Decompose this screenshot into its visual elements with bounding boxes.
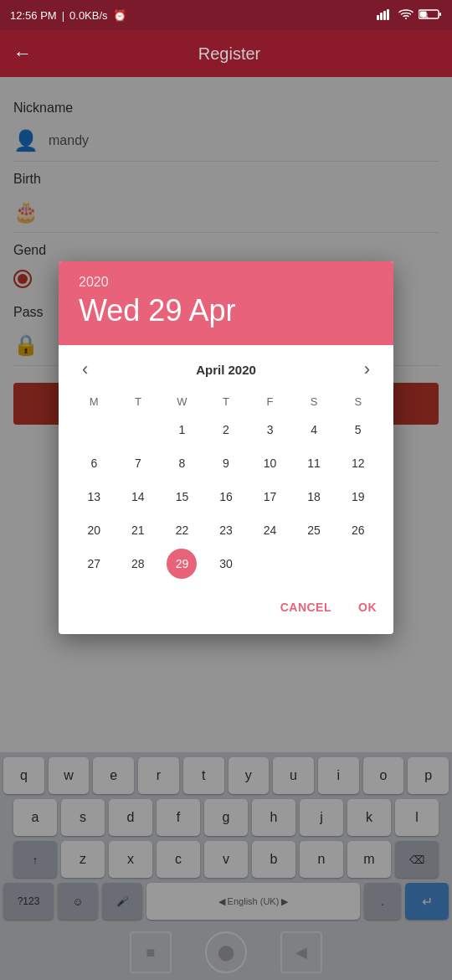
cancel-button[interactable]: CANCEL bbox=[277, 594, 335, 621]
back-button[interactable]: ← bbox=[13, 43, 32, 64]
calendar-day-16[interactable]: 16 bbox=[211, 482, 241, 512]
calendar-empty-cell bbox=[343, 549, 373, 579]
calendar-day-1[interactable]: 1 bbox=[167, 415, 197, 445]
app-bar: ← Register bbox=[0, 30, 452, 77]
status-bar: 12:56 PM | 0.0KB/s ⏰ bbox=[0, 0, 452, 30]
day-header-w: W bbox=[160, 390, 204, 413]
calendar-day-20[interactable]: 20 bbox=[79, 515, 109, 545]
calendar-day-22[interactable]: 22 bbox=[167, 515, 197, 545]
calendar-weeks: 1234567891011121314151617181920212223242… bbox=[72, 413, 380, 580]
calendar-day-18[interactable]: 18 bbox=[299, 482, 329, 512]
calendar-day-24[interactable]: 24 bbox=[255, 515, 285, 545]
status-left: 12:56 PM | 0.0KB/s ⏰ bbox=[10, 9, 126, 22]
calendar-day-17[interactable]: 17 bbox=[255, 482, 285, 512]
calendar-empty-cell bbox=[79, 415, 109, 445]
battery-icon: 11 bbox=[419, 8, 442, 23]
status-right: 11 bbox=[377, 8, 442, 23]
calendar-week-row: 6789101112 bbox=[72, 446, 380, 480]
day-header-t1: T bbox=[116, 390, 161, 413]
svg-rect-2 bbox=[383, 11, 386, 20]
calendar-week-row: 12345 bbox=[72, 413, 380, 446]
day-header-m: M bbox=[72, 390, 116, 413]
calendar-body: ‹ April 2020 › M T W T F S S 12345678910… bbox=[59, 345, 393, 587]
calendar-month-label: April 2020 bbox=[196, 363, 256, 377]
calendar-day-23[interactable]: 23 bbox=[211, 515, 241, 545]
prev-month-button[interactable]: ‹ bbox=[75, 355, 95, 384]
calendar-day-12[interactable]: 12 bbox=[343, 448, 373, 478]
date-picker-dialog: 2020 Wed 29 Apr ‹ April 2020 › M T W T F… bbox=[59, 261, 393, 634]
calendar-empty-cell bbox=[299, 549, 329, 579]
svg-rect-1 bbox=[380, 13, 383, 20]
calendar-day-28[interactable]: 28 bbox=[123, 549, 153, 579]
alarm-icon: ⏰ bbox=[113, 9, 126, 22]
day-header-f: F bbox=[248, 390, 292, 413]
calendar-empty-cell bbox=[255, 549, 285, 579]
calendar-day-27[interactable]: 27 bbox=[79, 549, 109, 579]
separator: | bbox=[62, 9, 64, 22]
calendar-empty-cell bbox=[123, 415, 153, 445]
calendar-header: 2020 Wed 29 Apr bbox=[59, 261, 393, 345]
day-header-s2: S bbox=[336, 390, 380, 413]
calendar-week-row: 27282930 bbox=[72, 547, 380, 580]
calendar-day-14[interactable]: 14 bbox=[123, 482, 153, 512]
day-header-t2: T bbox=[204, 390, 249, 413]
calendar-day-13[interactable]: 13 bbox=[79, 482, 109, 512]
calendar-day-4[interactable]: 4 bbox=[299, 415, 329, 445]
signal-icon bbox=[377, 8, 393, 23]
svg-text:11: 11 bbox=[422, 13, 429, 18]
calendar-day-30[interactable]: 30 bbox=[211, 549, 241, 579]
calendar-day-29[interactable]: 29 bbox=[167, 549, 197, 579]
calendar-nav: ‹ April 2020 › bbox=[72, 345, 380, 390]
register-form: Nickname 👤 mandy Birth 🎂 Gend Pass 🔒 Reg… bbox=[0, 77, 452, 980]
page-title: Register bbox=[198, 44, 285, 64]
calendar-day-8[interactable]: 8 bbox=[167, 448, 197, 478]
calendar-day-5[interactable]: 5 bbox=[343, 415, 373, 445]
calendar-week-row: 13141516171819 bbox=[72, 480, 380, 513]
day-header-s1: S bbox=[292, 390, 336, 413]
calendar-selected-date: Wed 29 Apr bbox=[79, 293, 373, 328]
calendar-day-25[interactable]: 25 bbox=[299, 515, 329, 545]
calendar-day-10[interactable]: 10 bbox=[255, 448, 285, 478]
calendar-actions: CANCEL OK bbox=[59, 587, 393, 634]
calendar-day-7[interactable]: 7 bbox=[123, 448, 153, 478]
svg-rect-3 bbox=[387, 9, 389, 20]
calendar-day-2[interactable]: 2 bbox=[211, 415, 241, 445]
next-month-button[interactable]: › bbox=[357, 355, 377, 384]
svg-rect-0 bbox=[377, 15, 379, 20]
calendar-day-6[interactable]: 6 bbox=[79, 448, 109, 478]
wifi-icon bbox=[398, 8, 413, 23]
calendar-day-11[interactable]: 11 bbox=[299, 448, 329, 478]
calendar-day-9[interactable]: 9 bbox=[211, 448, 241, 478]
svg-point-4 bbox=[405, 18, 407, 19]
calendar-year: 2020 bbox=[79, 275, 373, 290]
time-display: 12:56 PM bbox=[10, 9, 57, 22]
ok-button[interactable]: OK bbox=[355, 594, 380, 621]
svg-rect-6 bbox=[439, 13, 441, 16]
calendar-day-26[interactable]: 26 bbox=[343, 515, 373, 545]
calendar-week-row: 20212223242526 bbox=[72, 513, 380, 547]
calendar-day-19[interactable]: 19 bbox=[343, 482, 373, 512]
calendar-day-headers: M T W T F S S bbox=[72, 390, 380, 413]
data-speed: 0.0KB/s bbox=[69, 9, 108, 22]
calendar-day-15[interactable]: 15 bbox=[167, 482, 197, 512]
calendar-day-3[interactable]: 3 bbox=[255, 415, 285, 445]
calendar-day-21[interactable]: 21 bbox=[123, 515, 153, 545]
